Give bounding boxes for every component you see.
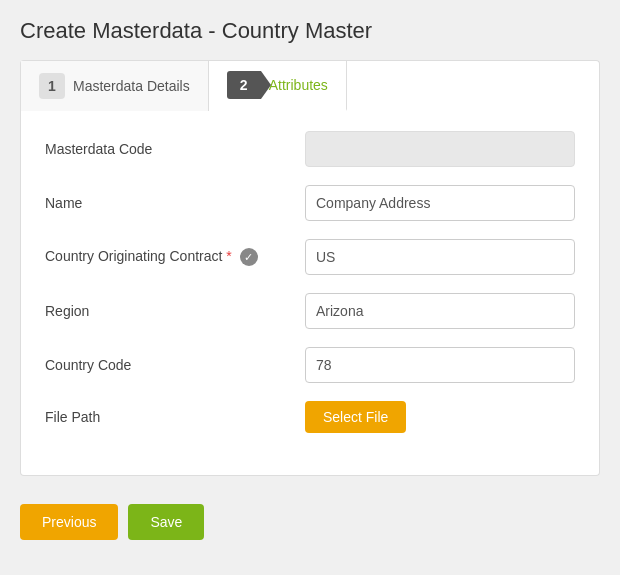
- page-container: Create Masterdata - Country Master 1 Mas…: [0, 0, 620, 575]
- label-file-path: File Path: [45, 409, 305, 425]
- form-row-country-originating-contract: Country Originating Contract * ✓: [45, 239, 575, 275]
- previous-button[interactable]: Previous: [20, 504, 118, 540]
- tab1-number: 1: [39, 73, 65, 99]
- label-country-code: Country Code: [45, 357, 305, 373]
- input-name[interactable]: [305, 185, 575, 221]
- input-region[interactable]: [305, 293, 575, 329]
- tab1-label: Masterdata Details: [73, 78, 190, 94]
- form-row-region: Region: [45, 293, 575, 329]
- required-marker: *: [226, 248, 231, 264]
- footer-actions: Previous Save: [20, 504, 600, 540]
- label-masterdata-code: Masterdata Code: [45, 141, 305, 157]
- form-row-name: Name: [45, 185, 575, 221]
- label-name: Name: [45, 195, 305, 211]
- label-region: Region: [45, 303, 305, 319]
- form-row-masterdata-code: Masterdata Code: [45, 131, 575, 167]
- input-masterdata-code[interactable]: [305, 131, 575, 167]
- input-country-code[interactable]: [305, 347, 575, 383]
- form-panel: Masterdata Code Name Country Originating…: [20, 111, 600, 476]
- tab2-number: 2: [227, 71, 261, 99]
- select-file-button[interactable]: Select File: [305, 401, 406, 433]
- page-title: Create Masterdata - Country Master: [20, 18, 600, 44]
- save-button[interactable]: Save: [128, 504, 204, 540]
- label-country-originating-contract: Country Originating Contract * ✓: [45, 248, 305, 267]
- form-row-country-code: Country Code: [45, 347, 575, 383]
- tabs-container: 1 Masterdata Details 2 Attributes: [20, 60, 600, 111]
- info-icon[interactable]: ✓: [240, 248, 258, 266]
- tab-attributes[interactable]: 2 Attributes: [209, 61, 347, 111]
- tab2-label: Attributes: [269, 77, 328, 93]
- form-row-file-path: File Path Select File: [45, 401, 575, 433]
- tab-masterdata-details[interactable]: 1 Masterdata Details: [21, 61, 209, 111]
- input-country-originating-contract[interactable]: [305, 239, 575, 275]
